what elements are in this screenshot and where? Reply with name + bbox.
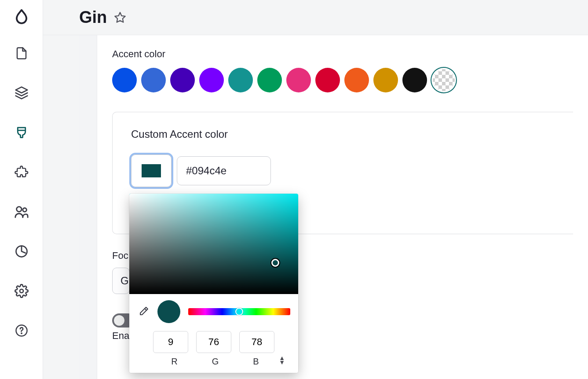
channel-g-label: G (212, 357, 219, 367)
color-chip (142, 164, 161, 177)
accent-swatch-blue[interactable] (112, 68, 137, 92)
channel-b-label: B (253, 357, 259, 367)
svg-point-2 (16, 207, 21, 212)
focus-select-value: G (121, 275, 129, 287)
channel-r-label: R (171, 357, 177, 367)
sidebar-item-help[interactable] (11, 320, 33, 342)
accent-swatch-orange[interactable] (344, 68, 369, 92)
current-color-preview (157, 300, 180, 323)
accent-swatch-lightblue[interactable] (141, 68, 166, 92)
sidebar-item-reports[interactable] (11, 240, 33, 262)
sv-handle[interactable] (271, 259, 279, 267)
accent-swatch-pink[interactable] (286, 68, 311, 92)
svg-marker-0 (15, 87, 27, 93)
page-title: Gin (79, 8, 107, 27)
accent-swatches (112, 68, 573, 92)
favorite-button[interactable] (112, 10, 128, 26)
accent-swatch-indigo[interactable] (170, 68, 195, 92)
hex-input[interactable] (177, 156, 271, 185)
logo-icon[interactable] (13, 8, 30, 25)
sidebar-item-extend[interactable] (11, 161, 33, 183)
custom-accent-title: Custom Accent color (131, 128, 555, 140)
svg-point-3 (22, 208, 26, 212)
accent-color-label: Accent color (112, 48, 573, 60)
accent-swatch-custom[interactable] (431, 68, 456, 92)
hue-handle[interactable] (235, 308, 243, 316)
sidebar-item-structure[interactable] (11, 82, 33, 104)
hue-slider[interactable] (188, 308, 290, 315)
color-mode-switch[interactable]: ▲▼ (279, 356, 285, 364)
color-well-button[interactable] (131, 155, 172, 187)
sidebar-item-content[interactable] (11, 42, 33, 64)
saturation-value-area[interactable] (129, 194, 298, 294)
accent-swatch-violet[interactable] (199, 68, 224, 92)
accent-swatch-red[interactable] (315, 68, 340, 92)
header: Gin (43, 0, 588, 35)
accent-swatch-teal[interactable] (228, 68, 253, 92)
sidebar-item-config[interactable] (11, 280, 33, 302)
accent-swatch-black[interactable] (402, 68, 427, 92)
sidebar-item-appearance[interactable] (11, 121, 33, 144)
sidebar-item-people[interactable] (11, 201, 33, 223)
rgb-b-input[interactable] (239, 331, 274, 353)
svg-point-5 (20, 289, 23, 293)
accent-swatch-gold[interactable] (373, 68, 398, 92)
rgb-r-input[interactable] (153, 331, 188, 353)
eyedropper-button[interactable] (137, 305, 150, 318)
svg-point-7 (21, 333, 22, 334)
accent-swatch-green[interactable] (257, 68, 282, 92)
color-picker-popover: R G B ▲▼ (129, 194, 298, 373)
rgb-g-input[interactable] (196, 331, 231, 353)
focus-select[interactable]: G (112, 268, 130, 294)
svg-marker-8 (115, 12, 125, 22)
sidebar (0, 0, 43, 379)
